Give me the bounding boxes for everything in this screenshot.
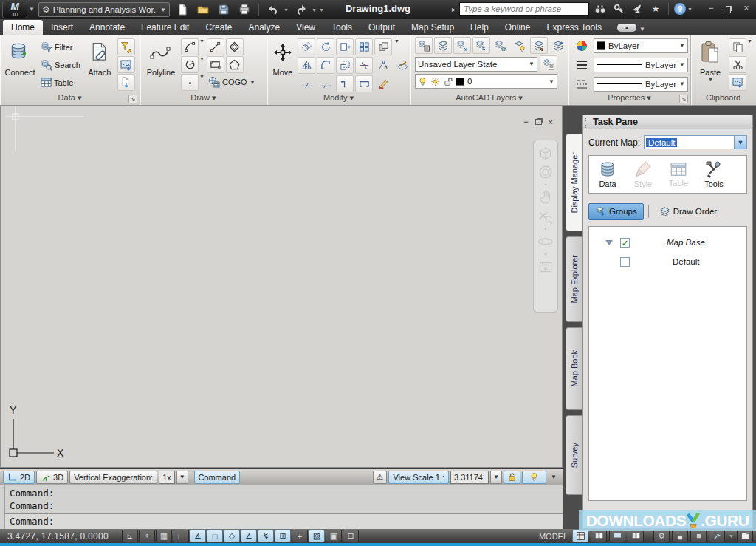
polygon-button[interactable]: [226, 56, 244, 73]
copy-clip-button[interactable]: [729, 38, 746, 55]
object-snap-toggle[interactable]: □: [207, 530, 223, 542]
data-menu-button[interactable]: Data: [594, 160, 622, 188]
viewcube-icon[interactable]: [537, 145, 554, 161]
navigation-bar[interactable]: ▾ ▾ ▾: [533, 140, 558, 313]
draw-order-tab[interactable]: Draw Order: [653, 204, 723, 219]
layers-panel-footer[interactable]: AutoCAD Layers ▾: [410, 92, 568, 105]
3d-mode-button[interactable]: 3D: [36, 471, 68, 484]
snap-mode-toggle[interactable]: ⌖: [139, 530, 155, 542]
circle-button[interactable]: [181, 56, 199, 73]
hardware-acceleration-button[interactable]: [690, 530, 707, 542]
copy-button[interactable]: [298, 38, 315, 55]
orbit-icon[interactable]: [537, 233, 554, 250]
vertical-exaggeration-caret-icon[interactable]: ▼: [176, 471, 188, 484]
circle-caret-icon[interactable]: ▼: [199, 56, 205, 73]
arc-caret-icon[interactable]: ▼: [199, 38, 205, 55]
draw-panel-footer[interactable]: Draw ▾: [140, 92, 267, 105]
workspace-switcher[interactable]: ⚙ Planning and Analysis Wor... ▼: [38, 2, 170, 17]
current-map-caret-icon[interactable]: ▼: [734, 136, 746, 149]
redo-caret-icon[interactable]: ▼: [312, 7, 317, 13]
properties-panel-footer[interactable]: Properties ▾ ↘: [568, 92, 690, 105]
search-expand-icon[interactable]: ▸: [452, 5, 456, 13]
infer-constraints-toggle[interactable]: ⊾: [122, 530, 138, 542]
tree-node-map-base[interactable]: ✓ Map Base: [589, 234, 746, 250]
help-caret-icon[interactable]: ▼: [687, 7, 693, 12]
layer-manager-button[interactable]: [540, 55, 557, 72]
point-button[interactable]: [181, 74, 199, 91]
navbar-caret-icon[interactable]: ▾: [544, 228, 546, 231]
save-button[interactable]: [216, 2, 232, 17]
paste-button[interactable]: Paste ▼: [694, 37, 726, 82]
task-pane-grip[interactable]: [585, 117, 588, 128]
search-icon[interactable]: [593, 2, 608, 16]
isolate-layer-button[interactable]: [453, 37, 471, 54]
copy-nested-button[interactable]: [374, 38, 392, 55]
ortho-mode-toggle[interactable]: ∟: [173, 530, 189, 542]
ui-lock-button[interactable]: [672, 530, 688, 542]
steering-wheel-icon[interactable]: [537, 164, 554, 180]
tab-online[interactable]: Online: [497, 20, 539, 35]
qat-customize-caret-icon[interactable]: ▼: [319, 7, 324, 13]
unisolate-layer-button[interactable]: [472, 37, 490, 54]
edit-polyline-button[interactable]: [355, 75, 373, 92]
quick-properties-toggle[interactable]: ▣: [326, 530, 342, 542]
open-file-button[interactable]: [195, 2, 211, 17]
plot-button[interactable]: [236, 2, 252, 17]
layer-properties-button[interactable]: [415, 37, 433, 54]
tab-feature-edit[interactable]: Feature Edit: [133, 20, 197, 35]
quick-view-drawings-button[interactable]: [609, 530, 625, 542]
tools-menu-button[interactable]: Tools: [700, 160, 728, 188]
lighting-button[interactable]: [522, 471, 546, 484]
point-caret-icon[interactable]: ▼: [199, 74, 205, 91]
scale-button[interactable]: [336, 57, 354, 74]
side-tab-display-manager[interactable]: Display Manager: [566, 134, 582, 231]
attach-button[interactable]: Attach: [84, 37, 115, 77]
array-button[interactable]: [355, 38, 373, 55]
fillet-button[interactable]: [317, 57, 334, 74]
line-button[interactable]: [207, 38, 224, 55]
tab-home[interactable]: Home: [3, 20, 43, 35]
workspace-switching-button[interactable]: ⚙: [653, 530, 670, 542]
tree-node-default[interactable]: Default: [589, 253, 746, 270]
zoom-extents-icon[interactable]: [537, 208, 554, 225]
model-space-button[interactable]: [572, 530, 588, 542]
scale-warning-button[interactable]: ⚠: [373, 471, 388, 484]
minimize-button[interactable]: −: [704, 3, 718, 15]
command-window-grip[interactable]: [0, 485, 5, 529]
layer-walk-button[interactable]: [530, 37, 548, 54]
break-button[interactable]: [317, 75, 334, 92]
cogo-button[interactable]: COGO ▼: [207, 74, 257, 90]
current-layer-combo[interactable]: 0 ▼: [415, 74, 557, 89]
tab-annotate[interactable]: Annotate: [81, 20, 133, 35]
application-menu-caret-icon[interactable]: ▼: [29, 6, 35, 13]
properties-dialog-launcher-icon[interactable]: ↘: [679, 95, 688, 103]
trim-button[interactable]: [355, 57, 373, 74]
transparency-toggle[interactable]: ▨: [309, 530, 325, 542]
polyline-button[interactable]: Polyline: [143, 37, 179, 77]
minimize-ribbon-button[interactable]: ▲: [617, 24, 636, 32]
lineweight-toggle[interactable]: +: [292, 530, 308, 542]
rectangle-button[interactable]: [207, 56, 224, 73]
copy-nested-caret-icon[interactable]: ▼: [394, 38, 399, 55]
side-tab-map-explorer[interactable]: Map Explorer: [566, 236, 582, 322]
layer-off-button[interactable]: [511, 37, 529, 54]
command-history[interactable]: Command: Command:: [5, 485, 566, 514]
copy-clip-caret-icon[interactable]: ▼: [747, 38, 752, 55]
data-panel-footer[interactable]: Data ▾ ↘: [0, 92, 140, 105]
communication-center-icon[interactable]: [630, 2, 645, 16]
new-file-button[interactable]: [174, 2, 190, 17]
undo-button[interactable]: [265, 2, 281, 17]
tab-help[interactable]: Help: [462, 20, 497, 35]
coordinates-readout[interactable]: 3.4727, 17.1587, 0.0000: [0, 531, 122, 542]
drawing-boundary-button[interactable]: [226, 38, 244, 55]
exchange-signin-icon[interactable]: [611, 2, 626, 16]
vertical-exaggeration-value[interactable]: 1x: [159, 471, 175, 484]
map-base-checkbox[interactable]: ✓: [620, 238, 630, 248]
restore-button[interactable]: [724, 7, 731, 13]
drawing-minimize-button[interactable]: −: [523, 117, 528, 126]
lighting-caret-icon[interactable]: ▼: [548, 471, 560, 484]
filter-button[interactable]: Filter: [39, 38, 82, 55]
grid-display-toggle[interactable]: ▦: [156, 530, 172, 542]
rotate-button[interactable]: [317, 38, 334, 55]
lineweight-combo[interactable]: ByLayer ▼: [594, 58, 688, 72]
